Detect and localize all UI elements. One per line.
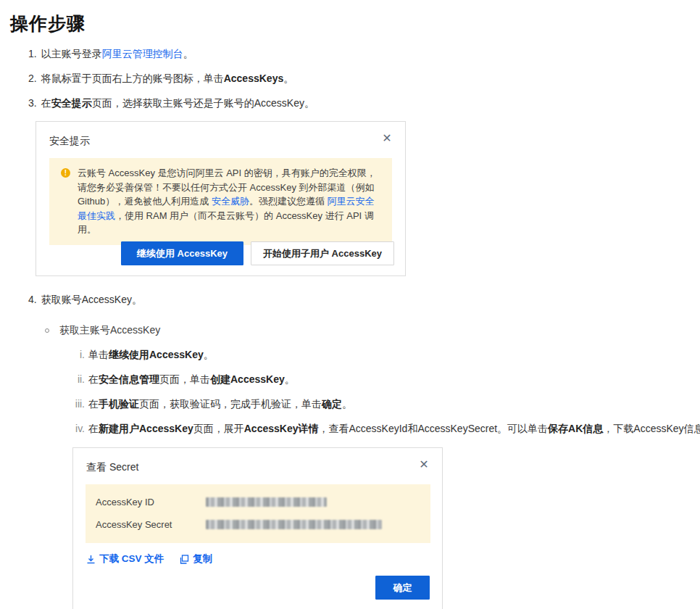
- bold-text: 新建用户AccessKey: [99, 423, 193, 434]
- continue-accesskey-button[interactable]: 继续使用 AccessKey: [121, 241, 243, 265]
- ordered-steps: 1. 以主账号登录阿里云管理控制台。 2. 将鼠标置于页面右上方的账号图标，单击…: [0, 46, 700, 110]
- page-title: 操作步骤: [10, 12, 700, 36]
- close-icon[interactable]: ✕: [417, 457, 431, 472]
- substep-ii: ii. 在安全信息管理页面，单击创建AccessKey。: [0, 372, 700, 386]
- copy-icon: [180, 555, 189, 564]
- download-csv-link[interactable]: 下载 CSV 文件: [86, 552, 164, 566]
- credentials-panel: AccessKey ID AccessKey Secret: [86, 484, 430, 543]
- roman-substeps: i. 单击继续使用AccessKey。 ii. 在安全信息管理页面，单击创建Ac…: [0, 347, 700, 436]
- text: ，查看AccessKeyId和AccessKeySecret。可以单击: [318, 423, 548, 434]
- text: 在: [88, 373, 99, 385]
- text: ，使用 RAM 用户（而不是云账号）的 AccessKey 进行 API 调用。: [78, 210, 374, 236]
- field-label: AccessKey Secret: [96, 519, 206, 530]
- substep-marker: iv.: [0, 421, 85, 436]
- security-prompt-dialog: 安全提示 ✕ ! 云账号 AccessKey 是您访问阿里云 API 的密钥，具…: [36, 121, 406, 276]
- dialog-title: 查看 Secret: [73, 448, 442, 474]
- text-link[interactable]: 安全威胁: [212, 196, 249, 207]
- step-1: 1. 以主账号登录阿里云管理控制台。: [28, 46, 700, 61]
- text: 单击: [88, 349, 109, 360]
- substep-iv: iv. 在新建用户AccessKey页面，展开AccessKey详情，查看Acc…: [0, 421, 700, 436]
- step-4: 4. 获取账号AccessKey。: [28, 292, 700, 307]
- accesskey-secret-masked-value: [206, 520, 382, 529]
- text: 。: [285, 373, 295, 385]
- text: 。: [204, 349, 214, 360]
- text: 在: [88, 423, 99, 434]
- dialog-footer: 继续使用 AccessKey 开始使用子用户 AccessKey: [121, 241, 394, 265]
- dialog-title: 安全提示: [36, 122, 405, 148]
- text: 页面，展开: [193, 423, 244, 434]
- step-marker: 4.: [28, 292, 37, 307]
- text: ，下载AccessKey信息。: [603, 423, 700, 434]
- substep-i: i. 单击继续使用AccessKey。: [0, 347, 700, 362]
- substep-marker: i.: [0, 347, 85, 362]
- bold-text: 确定: [322, 398, 342, 410]
- text: 。强烈建议您遵循: [249, 196, 328, 207]
- text: 页面，获取验证码，完成手机验证，单击: [139, 398, 322, 410]
- substep-group: 获取主账号AccessKey: [45, 324, 700, 337]
- substep-text: 在新建用户AccessKey页面，展开AccessKey详情，查看AccessK…: [88, 421, 700, 436]
- step-text: 在安全提示页面，选择获取主账号还是子账号的AccessKey。: [41, 96, 314, 110]
- step-marker: 2.: [28, 71, 37, 86]
- bold-text: 手机验证: [99, 398, 139, 410]
- substep-text: 在手机验证页面，获取验证码，完成手机验证，单击确定。: [88, 397, 352, 411]
- accesskey-id-masked-value: [206, 497, 327, 507]
- bold-text: 安全提示: [51, 97, 92, 109]
- download-csv-label: 下载 CSV 文件: [99, 552, 164, 566]
- step-text: 将鼠标置于页面右上方的账号图标，单击AccessKeys。: [41, 71, 294, 86]
- step-marker: 3.: [28, 96, 37, 110]
- substep-text: 在安全信息管理页面，单击创建AccessKey。: [88, 372, 295, 386]
- dialog-footer: 确定: [73, 576, 430, 600]
- bold-text: AccessKeys: [224, 72, 284, 84]
- bold-text: AccessKey详情: [244, 423, 319, 434]
- text: 页面，选择获取主账号还是子账号的AccessKey。: [92, 97, 314, 109]
- step-text: 获取账号AccessKey。: [41, 292, 142, 307]
- view-secret-dialog: 查看 Secret ✕ AccessKey ID AccessKey Secre…: [72, 447, 443, 609]
- close-icon[interactable]: ✕: [380, 131, 394, 146]
- bold-text: 创建AccessKey: [210, 373, 285, 385]
- text: 在: [41, 97, 51, 109]
- copy-label: 复制: [193, 552, 212, 566]
- accesskey-id-row: AccessKey ID: [96, 491, 420, 513]
- text: 在: [88, 398, 99, 410]
- step-text: 以主账号登录阿里云管理控制台。: [41, 46, 193, 61]
- download-icon: [86, 555, 96, 564]
- step-2: 2. 将鼠标置于页面右上方的账号图标，单击AccessKeys。: [28, 71, 700, 86]
- text: 。: [183, 48, 193, 59]
- substep-text: 单击继续使用AccessKey。: [88, 347, 214, 362]
- substep-marker: iii.: [0, 397, 85, 411]
- text: 。: [283, 72, 293, 84]
- text-link[interactable]: 阿里云管理控制台: [102, 48, 183, 59]
- accesskey-secret-row: AccessKey Secret: [96, 513, 420, 536]
- substep-iii: iii. 在手机验证页面，获取验证码，完成手机验证，单击确定。: [0, 397, 700, 411]
- step-3: 3. 在安全提示页面，选择获取主账号还是子账号的AccessKey。: [28, 96, 700, 110]
- doc-page: 操作步骤 1. 以主账号登录阿里云管理控制台。 2. 将鼠标置于页面右上方的账号…: [0, 0, 700, 609]
- ok-button[interactable]: 确定: [375, 576, 430, 600]
- warning-banner: ! 云账号 AccessKey 是您访问阿里云 API 的密钥，具有账户的完全权…: [49, 158, 392, 245]
- warning-text: 云账号 AccessKey 是您访问阿里云 API 的密钥，具有账户的完全权限，…: [78, 167, 376, 235]
- ordered-steps-continued: 4. 获取账号AccessKey。: [0, 292, 700, 307]
- secret-actions: 下载 CSV 文件 复制: [86, 552, 442, 566]
- substep-group-label: 获取主账号AccessKey: [59, 324, 160, 337]
- text: 页面，单击: [159, 373, 210, 385]
- use-subuser-accesskey-button[interactable]: 开始使用子用户 AccessKey: [251, 241, 394, 265]
- text: 。: [342, 398, 352, 410]
- bold-text: 继续使用AccessKey: [109, 349, 204, 360]
- copy-link[interactable]: 复制: [180, 552, 212, 566]
- text: 将鼠标置于页面右上方的账号图标，单击: [41, 72, 224, 84]
- circle-bullet-icon: [45, 328, 49, 333]
- text: 获取账号AccessKey。: [41, 294, 142, 305]
- bold-text: 保存AK信息: [548, 423, 603, 434]
- substep-marker: ii.: [0, 372, 85, 386]
- step-marker: 1.: [28, 46, 37, 61]
- exclamation-circle-icon: !: [61, 168, 70, 178]
- bold-text: 安全信息管理: [99, 373, 159, 385]
- text: 以主账号登录: [41, 48, 102, 59]
- field-label: AccessKey ID: [96, 497, 206, 508]
